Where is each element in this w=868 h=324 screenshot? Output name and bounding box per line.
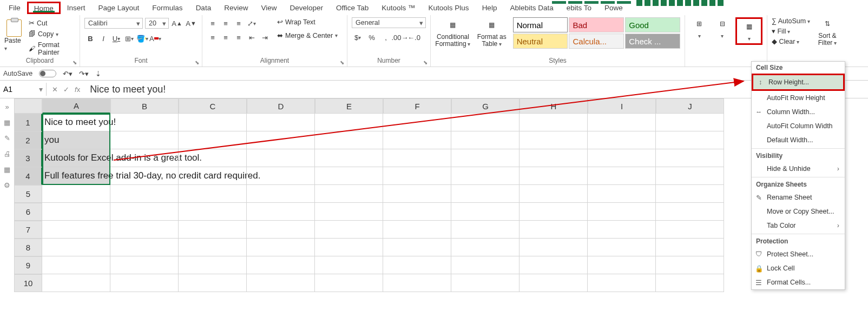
menu-lock-cell[interactable]: 🔒Lock Cell	[752, 261, 845, 275]
dialog-launcher-icon[interactable]: ⬊	[340, 59, 345, 65]
clear-button[interactable]: ◆ Clear	[772, 37, 810, 45]
col-header-f[interactable]: F	[383, 98, 451, 114]
cut-button[interactable]: Cut	[27, 18, 75, 28]
tab-page-layout[interactable]: Page Layout	[92, 2, 146, 14]
fx-button[interactable]: fx	[75, 85, 80, 94]
align-middle-button[interactable]: ≡	[220, 17, 232, 29]
col-header-c[interactable]: C	[179, 98, 247, 114]
cell-a4[interactable]: Full features free trial 30-day, no cred…	[42, 167, 110, 185]
col-header-j[interactable]: J	[656, 98, 724, 114]
print-icon[interactable]: 🖨	[4, 150, 11, 158]
percent-button[interactable]: %	[366, 31, 378, 43]
settings-icon[interactable]: ⚙	[4, 181, 10, 189]
align-top-button[interactable]: ≡	[207, 17, 219, 29]
delete-cells-button[interactable]: ⊟	[713, 17, 733, 45]
menu-autofit-col[interactable]: AutoFit Column Width	[752, 119, 845, 133]
select-all-corner[interactable]	[14, 98, 42, 114]
name-box[interactable]: A1▾	[0, 83, 47, 96]
merge-center-button[interactable]: ⬌Merge & Center	[275, 31, 340, 40]
col-header-b[interactable]: B	[110, 98, 179, 114]
decrease-font-button[interactable]: A▼	[185, 17, 197, 29]
align-right-button[interactable]: ≡	[233, 31, 245, 43]
style-bad[interactable]: Bad	[569, 17, 624, 32]
format-cells-button[interactable]: ▦	[738, 20, 760, 42]
row-header[interactable]: 9	[14, 256, 42, 274]
col-header-i[interactable]: I	[588, 98, 656, 114]
wrap-text-button[interactable]: ↩Wrap Text	[275, 17, 340, 27]
paste-button[interactable]: Paste	[4, 17, 23, 57]
col-header-g[interactable]: G	[451, 98, 520, 114]
menu-default-width[interactable]: Default Width...	[752, 133, 845, 147]
cell-a2[interactable]: you	[42, 131, 110, 149]
font-size-select[interactable]: 20	[145, 18, 169, 29]
bold-button[interactable]: B	[84, 32, 96, 44]
col-header-d[interactable]: D	[247, 98, 315, 114]
font-name-select[interactable]: Calibri	[84, 18, 143, 29]
row-header[interactable]: 1	[14, 114, 42, 131]
row-header[interactable]: 3	[14, 149, 42, 167]
qat-customize-button[interactable]: ⇣	[95, 70, 101, 78]
indent-decrease-button[interactable]: ⇤	[246, 31, 258, 43]
sort-filter-button[interactable]: ⇅Sort & Filter	[816, 17, 839, 47]
row-header[interactable]: 10	[14, 274, 42, 292]
row-header[interactable]: 7	[14, 221, 42, 239]
conditional-formatting-button[interactable]: ▦Conditional Formatting	[435, 18, 471, 48]
tab-file[interactable]: File	[2, 2, 27, 14]
tab-home[interactable]: Home	[27, 2, 61, 14]
row-header[interactable]: 8	[14, 239, 42, 256]
menu-format-cells[interactable]: ☰Format Cells...	[752, 275, 845, 289]
copy-button[interactable]: Copy	[27, 30, 75, 38]
format-painter-button[interactable]: Format Painter	[27, 41, 75, 57]
tab-data[interactable]: Data	[189, 2, 218, 14]
align-center-button[interactable]: ≡	[220, 31, 232, 43]
menu-row-height[interactable]: ↕Row Height...	[753, 75, 843, 89]
dialog-launcher-icon[interactable]: ⬊	[423, 59, 429, 65]
italic-button[interactable]: I	[97, 32, 109, 44]
decrease-decimal-button[interactable]: ←.0	[408, 31, 420, 43]
tab-help[interactable]: Help	[476, 2, 504, 14]
style-neutral[interactable]: Neutral	[513, 34, 568, 49]
font-color-button[interactable]: A	[149, 32, 161, 44]
style-normal[interactable]: Normal	[513, 17, 568, 32]
cell-a1[interactable]: Nice to meet you!	[42, 114, 110, 131]
number-format-select[interactable]: General	[352, 17, 426, 28]
underline-button[interactable]: U	[110, 32, 122, 44]
style-check[interactable]: Check ...	[625, 34, 680, 49]
col-header-e[interactable]: E	[315, 98, 383, 114]
row-header[interactable]: 4	[14, 167, 42, 185]
menu-protect-sheet[interactable]: 🛡Protect Sheet...	[752, 247, 845, 261]
menu-move-copy[interactable]: Move or Copy Sheet...	[752, 204, 845, 219]
menu-tab-color[interactable]: Tab Color	[752, 219, 845, 233]
autosum-button[interactable]: ∑ AutoSum	[772, 17, 810, 25]
accounting-format-button[interactable]: $	[352, 31, 364, 43]
fill-button[interactable]: ▾ Fill	[772, 27, 810, 35]
tab-developer[interactable]: Developer	[283, 2, 330, 14]
cancel-formula-button[interactable]: ✕	[52, 85, 58, 94]
style-good[interactable]: Good	[625, 17, 680, 32]
chevron-right-icon[interactable]: »	[5, 103, 9, 111]
dialog-launcher-icon[interactable]: ⬊	[73, 59, 78, 65]
dialog-launcher-icon[interactable]: ⬊	[195, 59, 200, 65]
row-header[interactable]: 2	[14, 131, 42, 149]
menu-hide-unhide[interactable]: Hide & Unhide	[752, 162, 845, 176]
nav-icon[interactable]: ▦	[4, 118, 10, 127]
bookmark-icon[interactable]: ✎	[4, 134, 10, 142]
format-as-table-button[interactable]: ▦Format as Table	[474, 18, 510, 48]
style-calculation[interactable]: Calcula...	[569, 34, 624, 49]
tab-view[interactable]: View	[254, 2, 283, 14]
cell-a3[interactable]: Kutools for Excel add-in is a great tool…	[42, 149, 110, 167]
row-header[interactable]: 5	[14, 185, 42, 203]
redo-button[interactable]: ↷▾	[79, 70, 89, 78]
comma-button[interactable]: ,	[380, 31, 392, 43]
menu-column-width[interactable]: ↔Column Width...	[752, 105, 845, 119]
border-button[interactable]: ⊞	[123, 32, 135, 44]
align-bottom-button[interactable]: ≡	[233, 17, 245, 29]
tab-formulas[interactable]: Formulas	[146, 2, 189, 14]
increase-font-button[interactable]: A▲	[171, 17, 183, 29]
tab-office-tab[interactable]: Office Tab	[330, 2, 375, 14]
menu-rename-sheet[interactable]: ✎Rename Sheet	[752, 190, 845, 204]
fill-color-button[interactable]: 🪣	[136, 32, 148, 44]
menu-autofit-row[interactable]: AutoFit Row Height	[752, 91, 845, 105]
indent-increase-button[interactable]: ⇥	[259, 31, 271, 43]
tab-kutools[interactable]: Kutools ™	[375, 2, 422, 14]
